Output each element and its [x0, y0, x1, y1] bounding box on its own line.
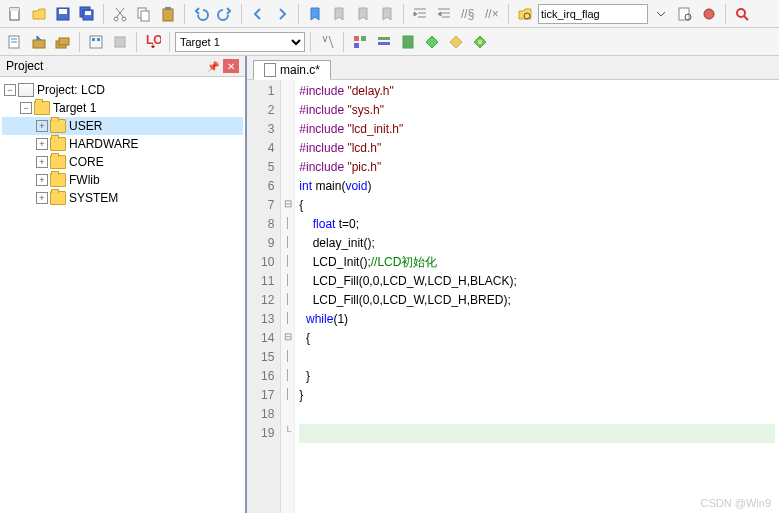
find-in-files-icon[interactable] — [514, 3, 536, 25]
diamond-green-icon[interactable] — [421, 31, 443, 53]
tree-label: CORE — [69, 155, 104, 169]
code-line[interactable]: #include "pic.h" — [299, 158, 775, 177]
save-all-icon[interactable] — [76, 3, 98, 25]
folder-icon — [50, 119, 66, 133]
svg-point-19 — [737, 9, 745, 17]
watermark: CSDN @Win9 — [701, 497, 771, 509]
tree-folder[interactable]: +SYSTEM — [2, 189, 243, 207]
tree-target[interactable]: − Target 1 — [2, 99, 243, 117]
code-line[interactable]: LCD_Fill(0,0,LCD_W,LCD_H,BLACK); — [299, 272, 775, 291]
manage-multi-icon[interactable] — [373, 31, 395, 53]
save-icon[interactable] — [52, 3, 74, 25]
close-icon[interactable]: ✕ — [223, 59, 239, 73]
find-icon[interactable] — [674, 3, 696, 25]
tree-folder[interactable]: +HARDWARE — [2, 135, 243, 153]
paste-icon[interactable] — [157, 3, 179, 25]
build-icon[interactable] — [28, 31, 50, 53]
code-line[interactable]: float t=0; — [299, 215, 775, 234]
search-combo[interactable] — [538, 4, 648, 24]
svg-rect-25 — [92, 38, 95, 41]
expand-icon[interactable]: − — [4, 84, 16, 96]
code-line[interactable]: LCD_Init();//LCD初始化 — [299, 253, 775, 272]
bookmark-next-icon[interactable] — [352, 3, 374, 25]
code-line[interactable] — [299, 405, 775, 424]
svg-rect-10 — [141, 11, 149, 21]
svg-rect-30 — [361, 36, 366, 41]
code-line[interactable]: } — [299, 386, 775, 405]
expand-icon[interactable]: + — [36, 192, 48, 204]
code-line[interactable]: LCD_Fill(0,0,LCD_W,LCD_H,BRED); — [299, 291, 775, 310]
expand-icon[interactable]: + — [36, 120, 48, 132]
expand-icon[interactable]: + — [36, 156, 48, 168]
debug-icon[interactable] — [698, 3, 720, 25]
separator — [508, 4, 509, 24]
batch-build-icon[interactable] — [85, 31, 107, 53]
code-line[interactable]: int main(void) — [299, 177, 775, 196]
nav-forward-icon[interactable] — [271, 3, 293, 25]
editor-tab-main[interactable]: main.c* — [253, 60, 331, 80]
cut-icon[interactable] — [109, 3, 131, 25]
project-tree[interactable]: − Project: LCD − Target 1 +USER+HARDWARE… — [0, 77, 245, 513]
bookmark-toggle-icon[interactable] — [304, 3, 326, 25]
code-line[interactable] — [299, 348, 775, 367]
manage-rte-icon[interactable] — [469, 31, 491, 53]
diamond-yellow-icon[interactable] — [445, 31, 467, 53]
tree-folder[interactable]: +CORE — [2, 153, 243, 171]
outdent-icon[interactable] — [433, 3, 455, 25]
separator — [403, 4, 404, 24]
code-line[interactable]: } — [299, 367, 775, 386]
code-editor[interactable]: 12345678910111213141516171819 ⊟││││││⊟││… — [247, 80, 779, 513]
svg-rect-12 — [165, 7, 171, 10]
new-file-icon[interactable] — [4, 3, 26, 25]
svg-rect-29 — [354, 36, 359, 41]
expand-icon[interactable]: + — [36, 138, 48, 150]
uncomment-icon[interactable]: //× — [481, 3, 503, 25]
open-file-icon[interactable] — [28, 3, 50, 25]
separator — [169, 32, 170, 52]
expand-icon[interactable]: − — [20, 102, 32, 114]
code-area[interactable]: #include "delay.h"#include "sys.h"#inclu… — [295, 80, 779, 513]
indent-icon[interactable] — [409, 3, 431, 25]
pin-icon[interactable]: 📌 — [205, 59, 221, 73]
code-line[interactable]: #include "sys.h" — [299, 101, 775, 120]
nav-back-icon[interactable] — [247, 3, 269, 25]
translate-icon[interactable] — [4, 31, 26, 53]
stop-build-icon[interactable] — [109, 31, 131, 53]
code-line[interactable]: { — [299, 196, 775, 215]
svg-rect-3 — [59, 9, 67, 14]
download-icon[interactable]: LOAD — [142, 31, 164, 53]
tab-label: main.c* — [280, 63, 320, 77]
search-glass-icon[interactable] — [731, 3, 753, 25]
target-select[interactable]: Target 1 — [175, 32, 305, 52]
redo-icon[interactable] — [214, 3, 236, 25]
tree-folder[interactable]: +FWlib — [2, 171, 243, 189]
tree-label: USER — [69, 119, 102, 133]
rebuild-icon[interactable] — [52, 31, 74, 53]
svg-rect-32 — [378, 37, 390, 40]
toolbar-build: LOAD Target 1 — [0, 28, 779, 56]
comment-icon[interactable]: //§ — [457, 3, 479, 25]
bookmark-clear-icon[interactable] — [376, 3, 398, 25]
tree-project-root[interactable]: − Project: LCD — [2, 81, 243, 99]
separator — [343, 32, 344, 52]
expand-icon[interactable]: + — [36, 174, 48, 186]
code-line[interactable]: #include "lcd.h" — [299, 139, 775, 158]
code-line[interactable]: { — [299, 329, 775, 348]
code-line[interactable]: #include "delay.h" — [299, 82, 775, 101]
copy-icon[interactable] — [133, 3, 155, 25]
code-line[interactable]: while(1) — [299, 310, 775, 329]
undo-icon[interactable] — [190, 3, 212, 25]
manage-project-icon[interactable] — [349, 31, 371, 53]
separator — [241, 4, 242, 24]
code-line[interactable]: delay_init(); — [299, 234, 775, 253]
bookmark-prev-icon[interactable] — [328, 3, 350, 25]
tree-folder[interactable]: +USER — [2, 117, 243, 135]
manage-books-icon[interactable] — [397, 31, 419, 53]
svg-rect-11 — [163, 9, 173, 21]
editor-tabs: main.c* — [247, 56, 779, 80]
code-line[interactable]: #include "lcd_init.h" — [299, 120, 775, 139]
code-line[interactable] — [299, 424, 775, 443]
dropdown-icon[interactable] — [650, 3, 672, 25]
fold-column[interactable]: ⊟││││││⊟│││└ — [281, 80, 295, 513]
options-icon[interactable] — [316, 31, 338, 53]
